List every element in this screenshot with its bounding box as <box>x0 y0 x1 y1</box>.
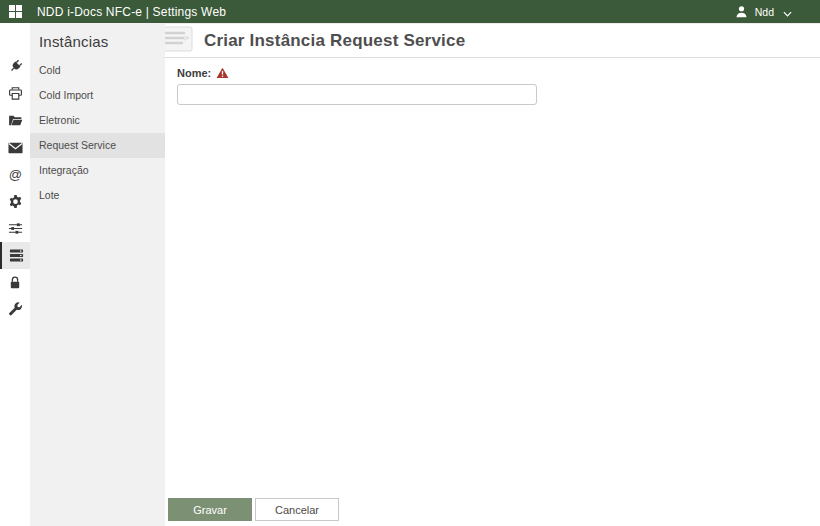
instance-form: Nome: <box>165 58 820 105</box>
gear-icon <box>8 194 23 209</box>
app-grid-button[interactable] <box>0 0 30 23</box>
sidebar-item-lote[interactable]: Lote <box>30 183 165 208</box>
rail-item-connections[interactable] <box>0 53 30 80</box>
sidebar-item-cold-import[interactable]: Cold Import <box>30 83 165 108</box>
rail-item-security[interactable] <box>0 269 30 296</box>
printer-icon <box>8 86 23 101</box>
wrench-icon <box>8 302 23 317</box>
rail-item-settings[interactable] <box>0 188 30 215</box>
rail-item-preferences[interactable] <box>0 215 30 242</box>
form-actions: Gravar Cancelar <box>168 498 339 521</box>
rail-item-at[interactable]: @ <box>0 161 30 188</box>
main-content: Criar Instância Request Service Nome: Gr… <box>165 23 820 526</box>
name-label: Nome: <box>177 67 211 79</box>
sidebar-item-cold[interactable]: Cold <box>30 58 165 83</box>
folder-open-icon <box>8 113 23 128</box>
rail-item-instances[interactable] <box>0 242 30 269</box>
app-title: NDD i-Docs NFC-e | Settings Web <box>37 5 226 19</box>
sliders-icon <box>8 221 23 236</box>
user-name: Ndd <box>755 6 774 18</box>
sidebar-item-integracao[interactable]: Integração <box>30 158 165 183</box>
plug-icon <box>8 59 23 74</box>
icon-rail: @ <box>0 23 30 526</box>
server-stack-icon <box>9 248 24 263</box>
instances-sidebar: Instâncias Cold Cold Import Eletronic Re… <box>30 23 165 526</box>
sidebar-item-eletronic[interactable]: Eletronic <box>30 108 165 133</box>
cancel-button[interactable]: Cancelar <box>255 498 339 521</box>
page-title: Criar Instância Request Service <box>204 31 465 51</box>
mail-icon <box>8 142 23 154</box>
name-input[interactable] <box>177 84 537 105</box>
app-grid-icon <box>9 5 22 18</box>
at-sign-icon: @ <box>8 167 23 182</box>
rail-item-printer[interactable] <box>0 80 30 107</box>
chevron-down-icon <box>783 3 792 21</box>
save-button[interactable]: Gravar <box>168 498 252 521</box>
top-bar: NDD i-Docs NFC-e | Settings Web Ndd <box>0 0 820 23</box>
rail-item-mail[interactable] <box>0 134 30 161</box>
rail-item-files[interactable] <box>0 107 30 134</box>
rail-item-tools[interactable] <box>0 296 30 323</box>
required-warning-icon <box>216 67 229 79</box>
user-menu[interactable]: Ndd <box>735 3 820 21</box>
lock-icon <box>8 275 22 290</box>
document-stack-icon <box>165 24 196 58</box>
user-icon <box>735 5 748 18</box>
svg-text:@: @ <box>8 167 21 182</box>
sidebar-heading: Instâncias <box>30 23 165 50</box>
page-header: Criar Instância Request Service <box>165 24 820 58</box>
sidebar-item-request-service[interactable]: Request Service <box>30 133 165 158</box>
